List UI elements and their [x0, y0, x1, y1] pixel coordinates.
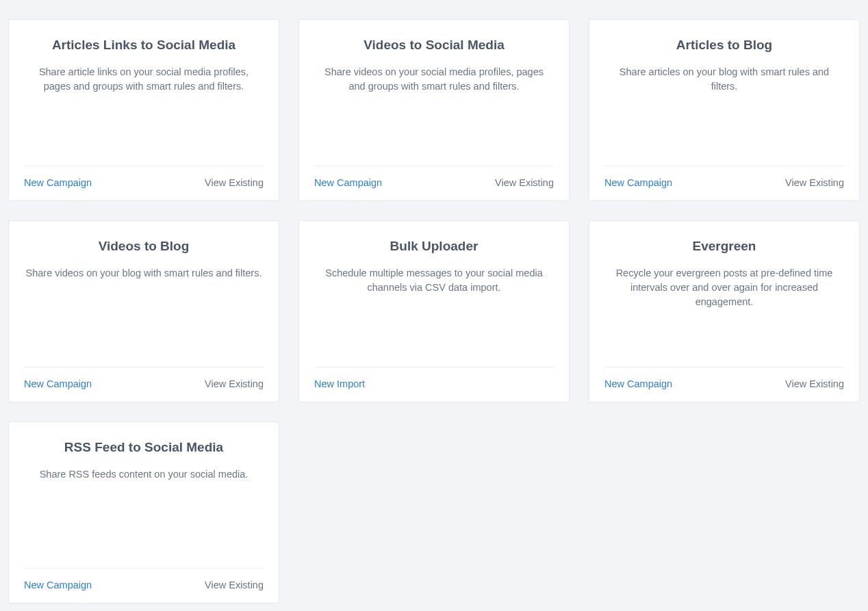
- card-description: Share articles on your blog with smart r…: [604, 65, 844, 94]
- card-title: Evergreen: [604, 239, 844, 254]
- card-footer: New Campaign View Existing: [24, 367, 264, 389]
- new-campaign-link[interactable]: New Campaign: [604, 378, 672, 389]
- new-campaign-link[interactable]: New Campaign: [24, 177, 92, 188]
- view-existing-link[interactable]: View Existing: [205, 177, 264, 188]
- card-evergreen: Evergreen Recycle your evergreen posts a…: [589, 220, 860, 402]
- new-import-link[interactable]: New Import: [314, 378, 365, 389]
- new-campaign-link[interactable]: New Campaign: [24, 378, 92, 389]
- card-title: Videos to Social Media: [314, 38, 554, 53]
- card-description: Share RSS feeds content on your social m…: [24, 467, 264, 482]
- card-footer: New Campaign View Existing: [24, 166, 264, 188]
- card-description: Share article links on your social media…: [24, 65, 264, 94]
- card-articles-links-social: Articles Links to Social Media Share art…: [8, 19, 279, 201]
- card-description: Share videos on your blog with smart rul…: [24, 266, 264, 281]
- card-title: RSS Feed to Social Media: [24, 440, 264, 455]
- view-existing-link[interactable]: View Existing: [205, 580, 264, 590]
- card-footer: New Import: [314, 367, 554, 389]
- card-footer: New Campaign View Existing: [604, 367, 844, 389]
- view-existing-link[interactable]: View Existing: [785, 378, 844, 389]
- card-footer: New Campaign View Existing: [604, 166, 844, 188]
- view-existing-link[interactable]: View Existing: [495, 177, 554, 188]
- card-description: Schedule multiple messages to your socia…: [314, 266, 554, 295]
- new-campaign-link[interactable]: New Campaign: [604, 177, 672, 188]
- card-title: Bulk Uploader: [314, 239, 554, 254]
- card-description: Share videos on your social media profil…: [314, 65, 554, 94]
- card-title: Articles to Blog: [604, 38, 844, 53]
- card-title: Videos to Blog: [24, 239, 264, 254]
- new-campaign-link[interactable]: New Campaign: [314, 177, 382, 188]
- view-existing-link[interactable]: View Existing: [785, 177, 844, 188]
- card-videos-social: Videos to Social Media Share videos on y…: [298, 19, 570, 201]
- card-rss-social: RSS Feed to Social Media Share RSS feeds…: [8, 421, 279, 603]
- card-title: Articles Links to Social Media: [24, 38, 264, 53]
- new-campaign-link[interactable]: New Campaign: [24, 580, 92, 590]
- card-articles-blog: Articles to Blog Share articles on your …: [589, 19, 860, 201]
- card-videos-blog: Videos to Blog Share videos on your blog…: [8, 220, 279, 402]
- card-footer: New Campaign View Existing: [314, 166, 554, 188]
- card-description: Recycle your evergreen posts at pre-defi…: [604, 266, 844, 309]
- view-existing-link[interactable]: View Existing: [205, 378, 264, 389]
- card-footer: New Campaign View Existing: [24, 568, 264, 590]
- campaign-type-grid: Articles Links to Social Media Share art…: [8, 19, 860, 603]
- card-bulk-uploader: Bulk Uploader Schedule multiple messages…: [298, 220, 570, 402]
